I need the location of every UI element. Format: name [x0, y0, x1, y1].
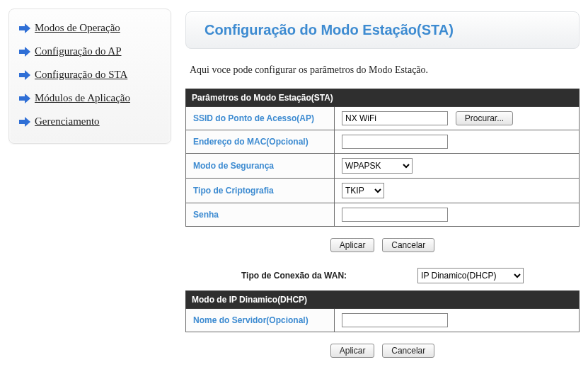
- main-content: Configuração do Modo Estação(STA) Aqui v…: [185, 9, 580, 367]
- ssid-label: SSID do Ponto de Acesso(AP): [186, 107, 335, 130]
- arrow-right-icon: [19, 70, 30, 80]
- server-name-label: Nome do Servidor(Opcional): [186, 309, 335, 332]
- crypto-type-label: Tipo de Criptografia: [186, 179, 335, 203]
- security-mode-select[interactable]: WPAPSK: [342, 158, 413, 174]
- wan-type-label: Tipo de Conexão da WAN:: [241, 271, 347, 281]
- arrow-right-icon: [19, 94, 30, 103]
- sidebar-item-modulos-aplicacao[interactable]: Módulos de Aplicação: [18, 86, 162, 110]
- cancel-button[interactable]: Cancelar: [382, 238, 434, 252]
- mac-cell: [335, 130, 580, 154]
- sidebar-item-label: Modos de Operação: [35, 22, 120, 34]
- button-row-2: Aplicar Cancelar: [185, 342, 580, 367]
- page-intro-text: Aqui voce pode configurar os parâmetros …: [185, 64, 580, 89]
- mac-input[interactable]: [342, 135, 448, 149]
- crypto-type-cell: TKIP: [335, 179, 580, 203]
- sidebar-item-label: Gerenciamento: [35, 115, 100, 128]
- dhcp-header: Modo de IP Dinamico(DHCP): [186, 291, 580, 309]
- crypto-type-select[interactable]: TKIP: [342, 183, 384, 198]
- cancel-button-2[interactable]: Cancelar: [382, 344, 434, 358]
- page-title-bar: Configuração do Modo Estação(STA): [185, 11, 580, 49]
- sta-params-table: Parâmetros do Modo Estação(STA) SSID do …: [185, 89, 580, 227]
- password-input[interactable]: [342, 208, 448, 222]
- server-name-cell: [335, 309, 580, 332]
- browse-button[interactable]: Procurar...: [456, 111, 513, 125]
- arrow-right-icon: [19, 47, 30, 57]
- sidebar-item-gerenciamento[interactable]: Gerenciamento: [18, 110, 162, 133]
- security-mode-label: Modo de Segurança: [186, 154, 335, 179]
- dhcp-table: Modo de IP Dinamico(DHCP) Nome do Servid…: [185, 290, 580, 332]
- sta-params-header: Parâmetros do Modo Estação(STA): [186, 89, 580, 107]
- security-mode-cell: WPAPSK: [335, 154, 580, 179]
- sidebar-item-label: Configuração do AP: [35, 45, 121, 57]
- arrow-right-icon: [19, 117, 30, 127]
- wan-type-select[interactable]: IP Dinamico(DHCP): [417, 268, 524, 283]
- sidebar-item-label: Módulos de Aplicação: [35, 92, 130, 104]
- mac-label: Endereço do MAC(Opcional): [186, 130, 335, 154]
- sidebar-item-label: Configuração do STA: [35, 69, 127, 81]
- ssid-input[interactable]: [342, 111, 448, 125]
- server-name-input[interactable]: [342, 313, 448, 327]
- apply-button-2[interactable]: Aplicar: [330, 344, 375, 358]
- page-title: Configuração do Modo Estação(STA): [204, 22, 560, 38]
- ssid-cell: Procurar...: [335, 107, 580, 130]
- sidebar-item-modos-de-operacao[interactable]: Modos de Operação: [18, 16, 162, 40]
- password-label: Senha: [186, 203, 335, 227]
- password-cell: [335, 203, 580, 227]
- sidebar-item-configuracao-sta[interactable]: Configuração do STA: [18, 63, 162, 86]
- arrow-right-icon: [19, 23, 30, 33]
- sidebar-item-configuracao-ap[interactable]: Configuração do AP: [18, 40, 162, 63]
- button-row-1: Aplicar Cancelar: [185, 237, 580, 264]
- sidebar: Modos de Operação Configuração do AP Con…: [8, 9, 171, 144]
- apply-button[interactable]: Aplicar: [330, 238, 375, 252]
- wan-type-row: Tipo de Conexão da WAN: IP Dinamico(DHCP…: [185, 264, 580, 290]
